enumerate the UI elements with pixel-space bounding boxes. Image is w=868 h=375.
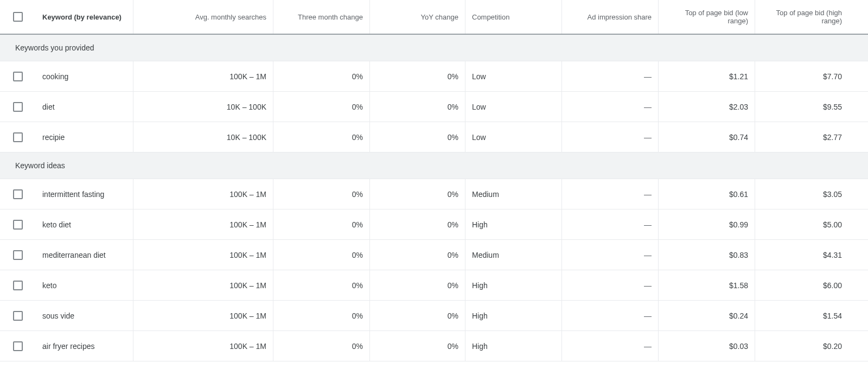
cell-bid-low: $0.74 [659,122,755,152]
row-checkbox[interactable] [13,102,23,112]
row-checkbox[interactable] [13,220,23,230]
row-checkbox[interactable] [13,72,23,81]
cell-competition: High [465,331,562,361]
column-header-yoy[interactable]: YoY change [370,0,465,34]
table-row: cooking100K – 1M0%0%Low—$1.21$7.70 [0,61,868,92]
cell-bid-high: $1.54 [755,301,848,330]
cell-competition: High [465,270,562,300]
cell-three-month: 0% [273,331,370,361]
select-all-checkbox[interactable] [13,12,23,22]
cell-bid-low: $1.21 [659,61,755,91]
cell-yoy: 0% [370,122,465,152]
keyword-table: Keyword (by relevance) Avg. monthly sear… [0,0,868,361]
row-checkbox-cell [0,92,36,122]
table-row: keto diet100K – 1M0%0%High—$0.99$5.00 [0,209,868,240]
table-body: Keywords you providedcooking100K – 1M0%0… [0,35,868,361]
cell-three-month: 0% [273,240,370,270]
row-checkbox-cell [0,179,36,209]
cell-impression: — [562,92,659,122]
row-checkbox[interactable] [13,189,23,199]
row-checkbox-cell [0,61,36,91]
cell-yoy: 0% [370,61,465,91]
cell-competition: Low [465,92,562,122]
cell-three-month: 0% [273,179,370,209]
cell-keyword: keto diet [36,209,133,239]
cell-bid-high: $4.31 [755,240,848,270]
row-checkbox[interactable] [13,132,23,142]
cell-yoy: 0% [370,179,465,209]
cell-bid-high: $6.00 [755,270,848,300]
cell-searches: 10K – 100K [133,92,273,122]
cell-yoy: 0% [370,301,465,330]
row-checkbox[interactable] [13,250,23,260]
cell-keyword: recipie [36,122,133,152]
table-row: diet10K – 100K0%0%Low—$2.03$9.55 [0,92,868,122]
table-row: sous vide100K – 1M0%0%High—$0.24$1.54 [0,301,868,331]
cell-searches: 100K – 1M [133,61,273,91]
section-header: Keywords you provided [0,35,868,61]
cell-competition: Medium [465,240,562,270]
cell-impression: — [562,122,659,152]
section-header: Keyword ideas [0,152,868,179]
cell-yoy: 0% [370,270,465,300]
column-header-bid-low[interactable]: Top of page bid (low range) [659,0,755,34]
cell-keyword: sous vide [36,301,133,330]
row-checkbox-cell [0,122,36,152]
cell-keyword: cooking [36,61,133,91]
cell-keyword: diet [36,92,133,122]
cell-bid-high: $0.20 [755,331,848,361]
cell-three-month: 0% [273,92,370,122]
cell-searches: 100K – 1M [133,270,273,300]
row-checkbox[interactable] [13,311,23,321]
cell-impression: — [562,179,659,209]
cell-yoy: 0% [370,240,465,270]
row-checkbox-cell [0,209,36,239]
cell-keyword: intermittent fasting [36,179,133,209]
cell-three-month: 0% [273,270,370,300]
header-checkbox-cell [0,0,36,34]
cell-bid-high: $7.70 [755,61,848,91]
column-header-bid-high[interactable]: Top of page bid (high range) [755,0,848,34]
table-header-row: Keyword (by relevance) Avg. monthly sear… [0,0,868,35]
cell-searches: 10K – 100K [133,122,273,152]
cell-impression: — [562,61,659,91]
cell-bid-high: $3.05 [755,179,848,209]
row-checkbox-cell [0,270,36,300]
column-header-three-month[interactable]: Three month change [273,0,370,34]
cell-yoy: 0% [370,92,465,122]
cell-competition: Low [465,122,562,152]
cell-bid-low: $0.03 [659,331,755,361]
cell-bid-high: $9.55 [755,92,848,122]
column-header-impression[interactable]: Ad impression share [562,0,659,34]
cell-impression: — [562,240,659,270]
cell-bid-low: $0.83 [659,240,755,270]
cell-competition: High [465,301,562,330]
table-row: intermittent fasting100K – 1M0%0%Medium—… [0,179,868,209]
cell-impression: — [562,301,659,330]
cell-three-month: 0% [273,209,370,239]
table-row: air fryer recipes100K – 1M0%0%High—$0.03… [0,331,868,361]
cell-three-month: 0% [273,301,370,330]
cell-competition: Medium [465,179,562,209]
row-checkbox-cell [0,301,36,330]
cell-impression: — [562,331,659,361]
cell-bid-low: $0.24 [659,301,755,330]
column-header-competition[interactable]: Competition [465,0,562,34]
column-header-keyword[interactable]: Keyword (by relevance) [36,0,133,34]
cell-searches: 100K – 1M [133,209,273,239]
table-row: keto100K – 1M0%0%High—$1.58$6.00 [0,270,868,301]
cell-keyword: mediterranean diet [36,240,133,270]
row-checkbox[interactable] [13,341,23,351]
row-checkbox-cell [0,331,36,361]
cell-impression: — [562,270,659,300]
cell-searches: 100K – 1M [133,179,273,209]
cell-bid-low: $1.58 [659,270,755,300]
cell-competition: High [465,209,562,239]
cell-three-month: 0% [273,122,370,152]
cell-three-month: 0% [273,61,370,91]
row-checkbox-cell [0,240,36,270]
cell-keyword: keto [36,270,133,300]
column-header-searches[interactable]: Avg. monthly searches [133,0,273,34]
cell-keyword: air fryer recipes [36,331,133,361]
row-checkbox[interactable] [13,281,23,290]
